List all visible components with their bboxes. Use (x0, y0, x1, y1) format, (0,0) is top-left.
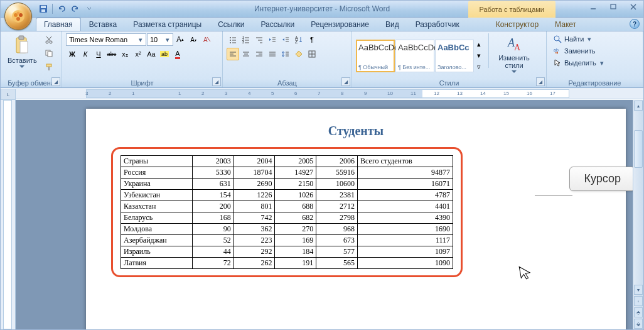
table-row[interactable]: Молдова903622709681690 (121, 224, 453, 235)
styles-dialog-launcher[interactable]: ◢ (536, 77, 545, 86)
table-cell[interactable]: 1690 (358, 224, 453, 235)
gallery-down-button[interactable]: ▾ (475, 51, 483, 61)
table-cell[interactable]: 1097 (358, 246, 453, 258)
tab-view[interactable]: Вид (377, 18, 407, 31)
replace-button[interactable]: ab Заменить (550, 45, 639, 57)
table-cell[interactable]: Казахстан (121, 201, 193, 212)
italic-button[interactable]: К (79, 48, 92, 60)
next-page-button[interactable]: ⬙ (634, 319, 643, 329)
table-cell[interactable]: 90 (192, 224, 233, 235)
highlight-button[interactable]: ab (158, 48, 171, 60)
change-styles-button[interactable]: AA Изменить стили (494, 33, 534, 78)
align-center-button[interactable] (240, 48, 252, 60)
ruler-corner[interactable]: L (1, 89, 16, 100)
help-button[interactable]: ? (630, 19, 640, 29)
qat-dropdown[interactable] (83, 3, 95, 15)
tab-references[interactable]: Ссылки (210, 18, 252, 31)
table-cell[interactable]: 2150 (275, 179, 316, 190)
tab-home[interactable]: Главная (36, 18, 81, 31)
table-row[interactable]: Азербайджан522231696731117 (121, 235, 453, 246)
tab-insert[interactable]: Вставка (81, 18, 126, 31)
table-row[interactable]: Израиль442921845771097 (121, 246, 453, 258)
prev-page-button[interactable]: ⬘ (634, 307, 643, 317)
format-painter-button[interactable] (43, 61, 55, 74)
style-no-spacing[interactable]: AaBbCcDc ¶ Без инте... (395, 40, 434, 72)
table-cell[interactable]: 968 (316, 224, 358, 235)
students-table[interactable]: Страны2003200420052006Всего студентовРос… (121, 155, 453, 269)
table-cell[interactable]: 16071 (358, 179, 453, 190)
align-right-button[interactable] (253, 48, 266, 60)
change-case-button[interactable]: Aa (145, 48, 158, 60)
clipboard-dialog-launcher[interactable]: ◢ (51, 77, 60, 86)
tab-mailings[interactable]: Рассылки (252, 18, 303, 31)
table-cell[interactable]: 1117 (358, 235, 453, 246)
superscript-button[interactable]: x² (132, 48, 144, 60)
cut-button[interactable] (43, 33, 55, 46)
multilevel-button[interactable] (253, 33, 266, 46)
maximize-button[interactable] (606, 2, 621, 12)
table-cell[interactable]: 4787 (358, 190, 453, 201)
scroll-thumb[interactable] (634, 130, 643, 168)
table-cell[interactable]: 1090 (358, 258, 453, 269)
copy-button[interactable] (43, 47, 55, 60)
tab-page-layout[interactable]: Разметка страницы (125, 18, 210, 31)
table-header-cell[interactable]: 2006 (316, 156, 358, 167)
table-cell[interactable]: 362 (233, 224, 275, 235)
table-cell[interactable]: 565 (316, 258, 358, 269)
bold-button[interactable]: Ж (66, 48, 78, 60)
table-cell[interactable]: 52 (192, 235, 233, 246)
table-cell[interactable]: 72 (192, 258, 233, 269)
horizontal-ruler[interactable]: 3211234567891011121314151617 (16, 88, 643, 99)
tab-table-design[interactable]: Конструктор (488, 18, 547, 31)
table-cell[interactable]: 682 (275, 212, 316, 224)
table-cell[interactable]: 223 (233, 235, 275, 246)
save-button[interactable] (37, 3, 50, 15)
table-cell[interactable]: 5330 (192, 167, 233, 179)
style-gallery[interactable]: AaBbCcDc ¶ Обычный AaBbCcDc ¶ Без инте..… (356, 33, 483, 78)
table-cell[interactable]: 2381 (316, 190, 358, 201)
numbering-button[interactable]: 123 (240, 33, 252, 46)
table-cell[interactable]: 18704 (233, 167, 275, 179)
table-cell[interactable]: Латвия (121, 258, 193, 269)
table-cell[interactable]: 1026 (275, 190, 316, 201)
table-cell[interactable]: 1226 (233, 190, 275, 201)
table-cell[interactable]: Украина (121, 179, 193, 190)
table-row[interactable]: Казахстан20080168827124401 (121, 201, 453, 212)
table-cell[interactable]: 2690 (233, 179, 275, 190)
table-row[interactable]: Россия533018704149275591694877 (121, 167, 453, 179)
table-cell[interactable]: Россия (121, 167, 193, 179)
table-cell[interactable]: 184 (275, 246, 316, 258)
table-cell[interactable]: Молдова (121, 224, 193, 235)
clear-format-button[interactable]: A (200, 33, 213, 46)
table-cell[interactable]: Беларусь (121, 212, 193, 224)
table-cell[interactable]: 2798 (316, 212, 358, 224)
table-cell[interactable]: 55916 (316, 167, 358, 179)
table-header-cell[interactable]: 2005 (275, 156, 316, 167)
table-cell[interactable]: 191 (275, 258, 316, 269)
undo-button[interactable] (55, 3, 68, 15)
table-cell[interactable]: 4401 (358, 201, 453, 212)
gallery-more-button[interactable]: ▿ (475, 62, 483, 72)
browse-object-button[interactable]: ◦ (634, 296, 643, 306)
show-marks-button[interactable]: ¶ (306, 33, 318, 46)
scroll-up-button[interactable]: ▴ (634, 101, 643, 111)
vertical-scrollbar[interactable]: ▴ ▾ ◦ ⬘ ⬙ (633, 100, 643, 329)
table-cell[interactable]: 14927 (275, 167, 316, 179)
sort-button[interactable]: AZ (292, 33, 305, 46)
table-cell[interactable]: 4390 (358, 212, 453, 224)
table-cell[interactable]: 577 (316, 246, 358, 258)
close-button[interactable] (626, 2, 641, 12)
font-size-combo[interactable]: 10 ▾ (147, 33, 173, 46)
table-cell[interactable]: 742 (233, 212, 275, 224)
scroll-down-button[interactable]: ▾ (634, 285, 643, 295)
tab-developer[interactable]: Разработчик (407, 18, 468, 31)
table-cell[interactable]: 200 (192, 201, 233, 212)
table-cell[interactable]: 631 (192, 179, 233, 190)
grow-font-button[interactable]: A▴ (174, 33, 186, 46)
select-button[interactable]: Выделить▾ (550, 57, 639, 69)
table-row[interactable]: Узбекистан1541226102623814787 (121, 190, 453, 201)
line-spacing-button[interactable] (279, 48, 292, 60)
table-cell[interactable]: 262 (233, 258, 275, 269)
align-left-button[interactable] (227, 48, 239, 60)
bullets-button[interactable] (227, 33, 239, 46)
